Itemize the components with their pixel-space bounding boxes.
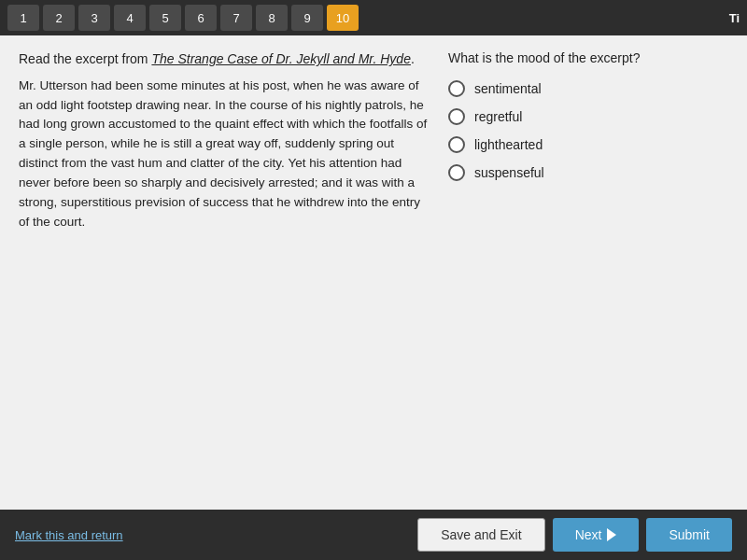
- mark-return-button[interactable]: Mark this and return: [15, 528, 123, 542]
- radio-sentimental[interactable]: [448, 80, 465, 97]
- option-label-sentimental: sentimental: [474, 81, 542, 96]
- nav-btn-6[interactable]: 6: [185, 5, 217, 31]
- nav-btn-1[interactable]: 1: [7, 5, 39, 31]
- nav-btn-9[interactable]: 9: [291, 5, 323, 31]
- nav-btn-5[interactable]: 5: [149, 5, 181, 31]
- question-nav: 1 2 3 4 5 6 7 8 9 10 Ti: [0, 0, 747, 35]
- main-content: Read the excerpt from The Strange Case o…: [0, 35, 747, 510]
- option-label-regretful: regretful: [474, 109, 522, 124]
- next-arrow-icon: [607, 528, 616, 541]
- nav-btn-10[interactable]: 10: [327, 5, 359, 31]
- option-regretful[interactable]: regretful: [448, 108, 728, 125]
- radio-lighthearted[interactable]: [448, 136, 465, 153]
- excerpt-text: Mr. Utterson had been some minutes at hi…: [19, 77, 430, 232]
- question-text: What is the mood of the excerpt?: [448, 50, 728, 65]
- prompt-title: Read the excerpt from The Strange Case o…: [19, 50, 430, 69]
- radio-suspenseful[interactable]: [448, 164, 465, 181]
- nav-btn-3[interactable]: 3: [78, 5, 110, 31]
- submit-button[interactable]: Submit: [646, 518, 732, 552]
- nav-btn-4[interactable]: 4: [114, 5, 146, 31]
- book-title-link[interactable]: The Strange Case of Dr. Jekyll and Mr. H…: [151, 51, 411, 66]
- right-column: What is the mood of the excerpt? sentime…: [448, 50, 728, 498]
- nav-btn-7[interactable]: 7: [220, 5, 252, 31]
- bottom-bar: Mark this and return Save and Exit Next …: [0, 510, 747, 560]
- answer-options: sentimental regretful lighthearted suspe…: [448, 80, 728, 181]
- option-lighthearted[interactable]: lighthearted: [448, 136, 728, 153]
- nav-btn-2[interactable]: 2: [43, 5, 75, 31]
- next-button[interactable]: Next: [553, 518, 640, 552]
- option-label-lighthearted: lighthearted: [474, 137, 543, 152]
- radio-regretful[interactable]: [448, 108, 465, 125]
- prompt-suffix: .: [411, 51, 415, 66]
- option-suspenseful[interactable]: suspenseful: [448, 164, 728, 181]
- option-sentimental[interactable]: sentimental: [448, 80, 728, 97]
- timer-label: Ti: [729, 11, 740, 25]
- next-label: Next: [575, 527, 602, 542]
- prompt-prefix: Read the excerpt from: [19, 51, 151, 66]
- option-label-suspenseful: suspenseful: [474, 165, 544, 180]
- save-exit-button[interactable]: Save and Exit: [417, 518, 544, 552]
- nav-btn-8[interactable]: 8: [256, 5, 288, 31]
- left-column: Read the excerpt from The Strange Case o…: [19, 50, 430, 498]
